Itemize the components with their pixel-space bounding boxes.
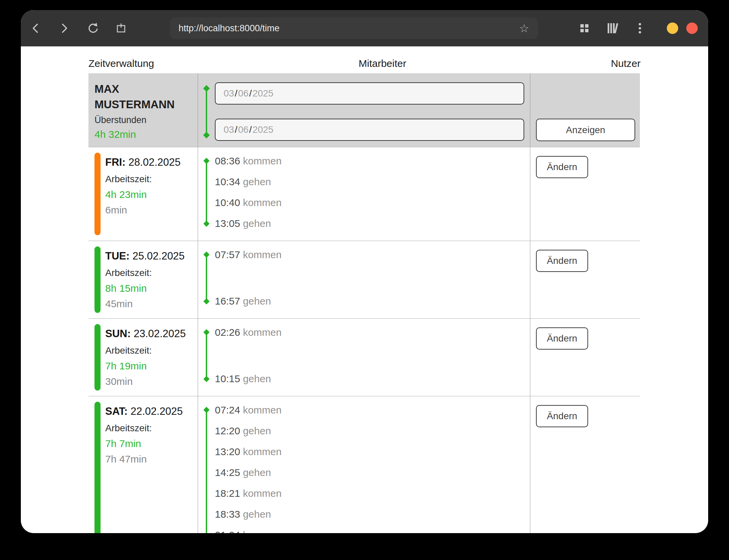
day-row: SUN: 23.02.2025 Arbeitszeit: 7h 19min 30…	[88, 319, 640, 396]
browser-window: http://localhost:8000/time ☆	[21, 10, 708, 533]
time-entry: 13:20 kommen	[215, 441, 530, 462]
browser-titlebar: http://localhost:8000/time ☆	[21, 10, 708, 46]
worktime-label: Arbeitszeit:	[105, 343, 194, 358]
day-action-cell: Ändern	[530, 396, 640, 533]
employee-summary-cell: MAX MUSTERMANN Überstunden 4h 32min	[88, 73, 198, 147]
day-status-bar	[94, 246, 101, 313]
timeline-connector	[206, 161, 207, 224]
day-summary-cell: FRI: 28.02.2025 Arbeitszeit: 4h 23min 6m…	[88, 147, 198, 241]
anzeigen-button[interactable]: Anzeigen	[536, 119, 635, 141]
time-entry: 10:34 gehen	[215, 171, 530, 192]
url-text[interactable]: http://localhost:8000/time	[179, 23, 519, 34]
time-entry: 16:57 gehen	[215, 291, 530, 312]
nav-item-zeitverwaltung[interactable]: Zeitverwaltung	[88, 58, 154, 69]
day-status-bar	[94, 324, 101, 391]
nav-item-mitarbeiter[interactable]: Mitarbeiter	[359, 58, 407, 69]
time-entry: 12:20 gehen	[215, 421, 530, 441]
timeline-connector	[206, 332, 207, 379]
summary-filter-row: MAX MUSTERMANN Überstunden 4h 32min 03/0…	[88, 73, 640, 147]
library-icon[interactable]	[605, 10, 620, 46]
worktime-value: 7h 19min	[105, 358, 194, 374]
day-action-cell: Ändern	[530, 319, 640, 396]
worktime-secondary: 7h 47min	[105, 451, 194, 467]
time-entry: 13:05 gehen	[215, 213, 530, 234]
date-to-input[interactable]: 03/06/2025	[215, 119, 524, 141]
day-rows: FRI: 28.02.2025 Arbeitszeit: 4h 23min 6m…	[88, 147, 640, 533]
day-row: FRI: 28.02.2025 Arbeitszeit: 4h 23min 6m…	[88, 147, 640, 241]
time-entry: 21:04 kommen	[215, 525, 530, 533]
day-row: SAT: 22.02.2025 Arbeitszeit: 7h 7min 7h …	[88, 396, 640, 533]
time-entry: 10:40 kommen	[215, 192, 530, 213]
grid-icon[interactable]	[577, 10, 592, 46]
worktime-value: 7h 7min	[105, 436, 194, 451]
filter-action-cell: Anzeigen	[530, 73, 640, 147]
aendern-button[interactable]: Ändern	[536, 156, 588, 178]
worktime-secondary: 30min	[105, 374, 194, 389]
forward-icon[interactable]	[56, 10, 72, 46]
close-button[interactable]	[686, 23, 698, 34]
aendern-button[interactable]: Ändern	[536, 405, 588, 427]
time-entry: 07:24 kommen	[215, 400, 530, 421]
url-bar[interactable]: http://localhost:8000/time ☆	[170, 17, 538, 39]
timeline-connector	[206, 255, 207, 301]
minimize-button[interactable]	[667, 23, 678, 34]
time-entries-cell: 02:26 kommen 10:15 gehen	[198, 319, 530, 396]
time-entries-cell: 08:36 kommen 10:34 gehen 10:40 kommen 13…	[198, 147, 530, 241]
day-summary-cell: SUN: 23.02.2025 Arbeitszeit: 7h 19min 30…	[88, 319, 198, 396]
day-status-bar	[94, 153, 101, 235]
worktime-secondary: 45min	[105, 296, 194, 312]
reload-icon[interactable]	[85, 10, 101, 46]
day-status-bar	[94, 402, 101, 533]
overtime-value: 4h 32min	[94, 127, 194, 142]
top-navigation: Zeitverwaltung Mitarbeiter Nutzer	[88, 46, 641, 73]
time-entry: 18:21 kommen	[215, 483, 530, 504]
time-table: MAX MUSTERMANN Überstunden 4h 32min 03/0…	[88, 73, 640, 533]
worktime-label: Arbeitszeit:	[105, 265, 194, 281]
overtime-label: Überstunden	[94, 113, 194, 127]
time-entry: 10:15 gehen	[215, 368, 530, 389]
worktime-label: Arbeitszeit:	[105, 421, 194, 436]
date-range-connector	[206, 88, 207, 135]
page-content: Zeitverwaltung Mitarbeiter Nutzer MAX MU…	[21, 46, 708, 533]
time-entry: 02:26 kommen	[215, 322, 530, 343]
time-entry: 14:25 gehen	[215, 462, 530, 483]
date-filter-cell: 03/06/2025 03/06/2025	[198, 73, 530, 147]
day-title: FRI: 28.02.2025	[105, 155, 194, 170]
day-summary-cell: SAT: 22.02.2025 Arbeitszeit: 7h 7min 7h …	[88, 396, 198, 533]
date-from-input[interactable]: 03/06/2025	[215, 82, 524, 105]
day-row: TUE: 25.02.2025 Arbeitszeit: 8h 15min 45…	[88, 241, 640, 319]
nav-item-nutzer[interactable]: Nutzer	[611, 58, 641, 69]
timeline-connector	[206, 410, 207, 533]
employee-name: MAX MUSTERMANN	[94, 81, 194, 112]
worktime-label: Arbeitszeit:	[105, 171, 194, 187]
back-icon[interactable]	[28, 10, 44, 46]
day-title: SAT: 22.02.2025	[105, 404, 194, 419]
worktime-value: 4h 23min	[105, 187, 194, 202]
aendern-button[interactable]: Ändern	[536, 327, 588, 350]
time-entries-cell: 07:57 kommen 16:57 gehen	[198, 241, 530, 318]
time-entries-cell: 07:24 kommen 12:20 gehen 13:20 kommen 14…	[198, 396, 530, 533]
day-action-cell: Ändern	[530, 147, 640, 241]
time-entry: 07:57 kommen	[215, 244, 530, 265]
aendern-button[interactable]: Ändern	[536, 250, 588, 272]
time-entry: 18:33 gehen	[215, 504, 530, 525]
day-summary-cell: TUE: 25.02.2025 Arbeitszeit: 8h 15min 45…	[88, 241, 198, 318]
worktime-secondary: 6min	[105, 202, 194, 218]
day-action-cell: Ändern	[530, 241, 640, 318]
time-entry: 08:36 kommen	[215, 151, 530, 171]
worktime-value: 8h 15min	[105, 281, 194, 296]
bookmark-star-icon[interactable]: ☆	[519, 23, 529, 34]
kebab-menu-icon[interactable]	[632, 10, 648, 46]
day-title: TUE: 25.02.2025	[105, 248, 194, 264]
new-tab-icon[interactable]	[113, 10, 129, 46]
day-title: SUN: 23.02.2025	[105, 326, 194, 342]
